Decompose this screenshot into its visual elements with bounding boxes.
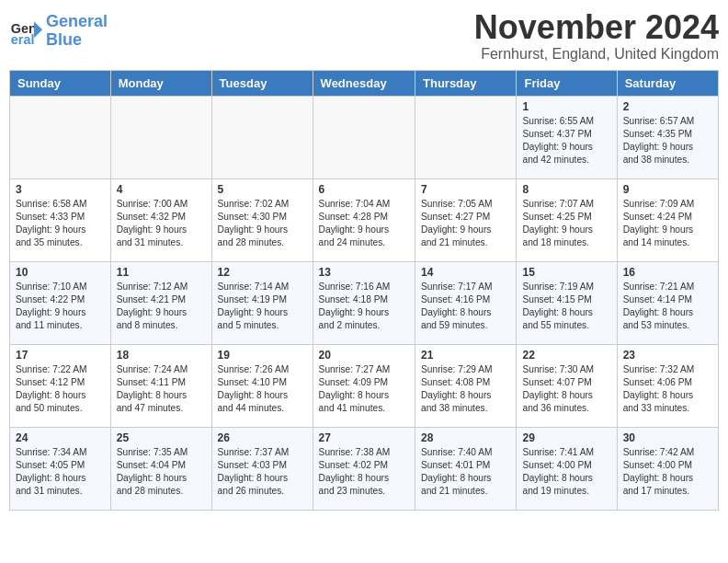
day-info: Sunrise: 7:30 AM Sunset: 4:07 PM Dayligh… [522, 363, 610, 416]
calendar-cell: 10Sunrise: 7:10 AM Sunset: 4:22 PM Dayli… [10, 261, 111, 344]
day-number: 12 [218, 266, 307, 279]
day-info: Sunrise: 6:57 AM Sunset: 4:35 PM Dayligh… [623, 115, 712, 167]
day-number: 10 [16, 266, 105, 279]
day-number: 20 [319, 349, 409, 362]
day-info: Sunrise: 7:29 AM Sunset: 4:08 PM Dayligh… [421, 363, 510, 416]
calendar-cell: 20Sunrise: 7:27 AM Sunset: 4:09 PM Dayli… [313, 344, 415, 427]
calendar-cell: 28Sunrise: 7:40 AM Sunset: 4:01 PM Dayli… [415, 427, 517, 510]
calendar-cell [211, 96, 313, 178]
day-number: 28 [421, 431, 510, 444]
calendar-cell: 26Sunrise: 7:37 AM Sunset: 4:03 PM Dayli… [211, 427, 313, 510]
day-number: 25 [117, 431, 206, 444]
calendar-week-2: 3Sunrise: 6:58 AM Sunset: 4:33 PM Daylig… [10, 178, 719, 261]
day-info: Sunrise: 7:32 AM Sunset: 4:06 PM Dayligh… [623, 363, 712, 416]
day-info: Sunrise: 6:58 AM Sunset: 4:33 PM Dayligh… [16, 198, 105, 250]
calendar-cell: 8Sunrise: 7:07 AM Sunset: 4:25 PM Daylig… [517, 178, 617, 261]
day-number: 14 [421, 266, 510, 279]
day-info: Sunrise: 7:38 AM Sunset: 4:02 PM Dayligh… [319, 446, 409, 499]
calendar-cell: 4Sunrise: 7:00 AM Sunset: 4:32 PM Daylig… [110, 178, 211, 261]
weekday-header-thursday: Thursday [415, 70, 517, 96]
day-info: Sunrise: 7:37 AM Sunset: 4:03 PM Dayligh… [218, 446, 307, 499]
day-info: Sunrise: 7:24 AM Sunset: 4:11 PM Dayligh… [117, 363, 206, 416]
calendar-cell: 2Sunrise: 6:57 AM Sunset: 4:35 PM Daylig… [617, 96, 718, 178]
calendar-cell: 15Sunrise: 7:19 AM Sunset: 4:15 PM Dayli… [517, 261, 617, 344]
day-info: Sunrise: 7:19 AM Sunset: 4:15 PM Dayligh… [522, 281, 610, 333]
day-number: 27 [319, 431, 409, 444]
calendar-cell [110, 96, 211, 178]
calendar-table: SundayMondayTuesdayWednesdayThursdayFrid… [9, 70, 719, 511]
day-info: Sunrise: 7:12 AM Sunset: 4:21 PM Dayligh… [117, 281, 206, 333]
weekday-header-saturday: Saturday [617, 70, 718, 96]
day-info: Sunrise: 7:17 AM Sunset: 4:16 PM Dayligh… [421, 281, 510, 333]
logo-text: General Blue [46, 13, 108, 50]
calendar-header-row: SundayMondayTuesdayWednesdayThursdayFrid… [10, 70, 719, 96]
calendar-cell: 14Sunrise: 7:17 AM Sunset: 4:16 PM Dayli… [415, 261, 517, 344]
title-block: November 2024 Fernhurst, England, United… [474, 9, 719, 63]
day-number: 18 [117, 349, 206, 362]
calendar-week-3: 10Sunrise: 7:10 AM Sunset: 4:22 PM Dayli… [10, 261, 719, 344]
weekday-header-tuesday: Tuesday [211, 70, 313, 96]
day-number: 17 [16, 349, 105, 362]
day-info: Sunrise: 7:42 AM Sunset: 4:00 PM Dayligh… [623, 446, 712, 499]
day-number: 21 [421, 349, 510, 362]
weekday-header-wednesday: Wednesday [313, 70, 415, 96]
weekday-header-sunday: Sunday [10, 70, 111, 96]
calendar-cell [313, 96, 415, 178]
day-info: Sunrise: 7:35 AM Sunset: 4:04 PM Dayligh… [117, 446, 206, 499]
calendar-week-4: 17Sunrise: 7:22 AM Sunset: 4:12 PM Dayli… [10, 344, 719, 427]
calendar-week-5: 24Sunrise: 7:34 AM Sunset: 4:05 PM Dayli… [10, 427, 719, 510]
calendar-cell: 23Sunrise: 7:32 AM Sunset: 4:06 PM Dayli… [617, 344, 718, 427]
calendar-cell: 17Sunrise: 7:22 AM Sunset: 4:12 PM Dayli… [10, 344, 111, 427]
day-number: 30 [623, 431, 712, 444]
day-number: 15 [522, 266, 610, 279]
day-number: 24 [16, 431, 105, 444]
day-number: 3 [16, 183, 105, 196]
day-info: Sunrise: 7:07 AM Sunset: 4:25 PM Dayligh… [522, 198, 610, 250]
day-info: Sunrise: 7:27 AM Sunset: 4:09 PM Dayligh… [319, 363, 409, 416]
calendar-cell [415, 96, 517, 178]
day-info: Sunrise: 7:22 AM Sunset: 4:12 PM Dayligh… [16, 363, 105, 416]
calendar-cell: 27Sunrise: 7:38 AM Sunset: 4:02 PM Dayli… [313, 427, 415, 510]
day-number: 11 [117, 266, 206, 279]
day-number: 26 [218, 431, 307, 444]
day-info: Sunrise: 7:41 AM Sunset: 4:00 PM Dayligh… [522, 446, 610, 499]
day-info: Sunrise: 6:55 AM Sunset: 4:37 PM Dayligh… [522, 115, 610, 167]
calendar-cell: 6Sunrise: 7:04 AM Sunset: 4:28 PM Daylig… [313, 178, 415, 261]
svg-text:eral: eral [11, 32, 35, 47]
day-info: Sunrise: 7:04 AM Sunset: 4:28 PM Dayligh… [319, 198, 409, 250]
calendar-cell: 30Sunrise: 7:42 AM Sunset: 4:00 PM Dayli… [617, 427, 718, 510]
calendar-cell: 24Sunrise: 7:34 AM Sunset: 4:05 PM Dayli… [10, 427, 111, 510]
day-number: 1 [522, 100, 610, 113]
day-info: Sunrise: 7:10 AM Sunset: 4:22 PM Dayligh… [16, 281, 105, 333]
calendar-cell: 16Sunrise: 7:21 AM Sunset: 4:14 PM Dayli… [617, 261, 718, 344]
day-info: Sunrise: 7:05 AM Sunset: 4:27 PM Dayligh… [421, 198, 510, 250]
calendar-cell: 21Sunrise: 7:29 AM Sunset: 4:08 PM Dayli… [415, 344, 517, 427]
calendar-cell [10, 96, 111, 178]
logo-icon: Gen eral [9, 15, 42, 48]
weekday-header-friday: Friday [517, 70, 617, 96]
calendar-cell: 13Sunrise: 7:16 AM Sunset: 4:18 PM Dayli… [313, 261, 415, 344]
logo: Gen eral General Blue [9, 13, 108, 50]
calendar-cell: 29Sunrise: 7:41 AM Sunset: 4:00 PM Dayli… [517, 427, 617, 510]
day-info: Sunrise: 7:14 AM Sunset: 4:19 PM Dayligh… [218, 281, 307, 333]
day-info: Sunrise: 7:34 AM Sunset: 4:05 PM Dayligh… [16, 446, 105, 499]
calendar-cell: 11Sunrise: 7:12 AM Sunset: 4:21 PM Dayli… [110, 261, 211, 344]
svg-marker-2 [34, 21, 42, 38]
location: Fernhurst, England, United Kingdom [474, 46, 719, 63]
day-number: 22 [522, 349, 610, 362]
weekday-header-monday: Monday [110, 70, 211, 96]
calendar-cell: 22Sunrise: 7:30 AM Sunset: 4:07 PM Dayli… [517, 344, 617, 427]
calendar-week-1: 1Sunrise: 6:55 AM Sunset: 4:37 PM Daylig… [10, 96, 719, 178]
day-info: Sunrise: 7:26 AM Sunset: 4:10 PM Dayligh… [218, 363, 307, 416]
day-info: Sunrise: 7:02 AM Sunset: 4:30 PM Dayligh… [218, 198, 307, 250]
calendar-cell: 1Sunrise: 6:55 AM Sunset: 4:37 PM Daylig… [517, 96, 617, 178]
day-number: 5 [218, 183, 307, 196]
day-info: Sunrise: 7:21 AM Sunset: 4:14 PM Dayligh… [623, 281, 712, 333]
day-number: 2 [623, 100, 712, 113]
day-number: 16 [623, 266, 712, 279]
day-number: 4 [117, 183, 206, 196]
day-number: 9 [623, 183, 712, 196]
calendar-cell: 9Sunrise: 7:09 AM Sunset: 4:24 PM Daylig… [617, 178, 718, 261]
page-header: Gen eral General Blue November 2024 Fern… [9, 9, 719, 63]
calendar-cell: 5Sunrise: 7:02 AM Sunset: 4:30 PM Daylig… [211, 178, 313, 261]
